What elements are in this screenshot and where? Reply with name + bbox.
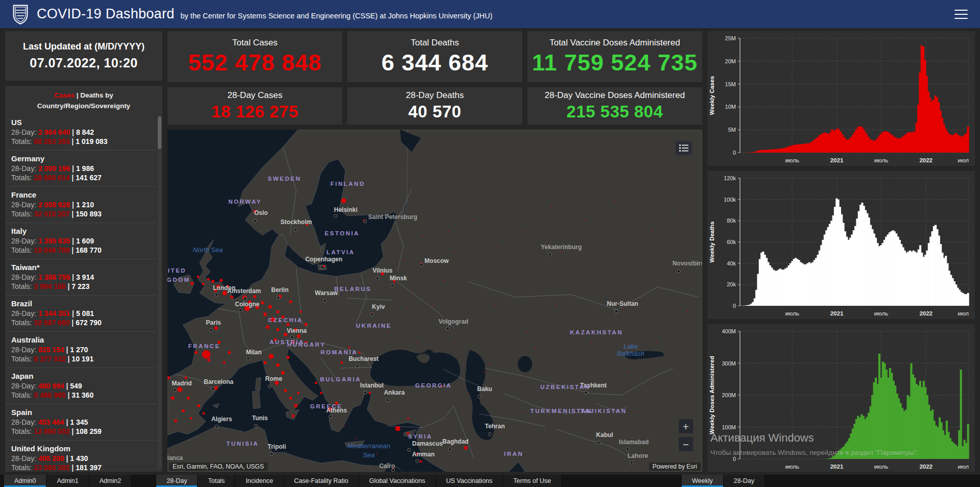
sea-label: North Sea bbox=[193, 246, 223, 254]
city-dot bbox=[254, 425, 257, 428]
outbreak-dot bbox=[468, 393, 470, 395]
city-label: Istanbul bbox=[360, 382, 384, 389]
svg-text:июл: июл bbox=[958, 464, 969, 470]
outbreak-dot bbox=[294, 404, 298, 407]
outbreak-dot bbox=[524, 412, 526, 414]
country-28day-line: 28-Day: 1 388 756 | 3 914 bbox=[11, 273, 156, 281]
outbreak-dot bbox=[636, 412, 638, 414]
city-label: Berlin bbox=[271, 286, 289, 294]
city-dot bbox=[215, 425, 218, 428]
tab-28-day[interactable]: 28-Day bbox=[156, 475, 198, 487]
country-row[interactable]: Australia 28-Day: 825 154 | 1 270 Totals… bbox=[5, 331, 156, 368]
outbreak-dot bbox=[284, 389, 287, 392]
outbreak-dot bbox=[686, 310, 688, 312]
country-28day-line: 28-Day: 1 395 635 | 1 609 bbox=[11, 237, 156, 245]
outbreak-dot bbox=[269, 305, 272, 308]
outbreak-dot bbox=[197, 276, 200, 278]
sea-label: Sea bbox=[363, 451, 374, 459]
country-name: Italy bbox=[11, 227, 156, 235]
country-label: ESTONIA bbox=[325, 230, 360, 236]
country-totals-line: Totals: 32 687 680 | 672 790 bbox=[11, 319, 156, 327]
country-row[interactable]: France 28-Day: 2 008 928 | 1 210 Totals:… bbox=[5, 186, 156, 223]
total-deaths-value: 6 344 684 bbox=[381, 50, 488, 76]
outbreak-dot bbox=[407, 306, 409, 308]
outbreak-dot bbox=[171, 396, 175, 400]
city-dot bbox=[268, 385, 271, 388]
country-row[interactable]: Brazil 28-Day: 1 344 351 | 5 081 Totals:… bbox=[5, 295, 156, 331]
outbreak-dot bbox=[402, 260, 404, 262]
country-row[interactable]: Spain 28-Day: 453 464 | 1 345 Totals: 12… bbox=[5, 404, 156, 440]
scrollbar-thumb[interactable] bbox=[158, 116, 161, 149]
menu-icon[interactable] bbox=[954, 10, 968, 19]
tab-global-vaccinations[interactable]: Global Vaccinations bbox=[359, 475, 436, 487]
country-list: US 28-Day: 2 964 640 | 8 842 Totals: 88 … bbox=[5, 114, 156, 472]
outbreak-dot bbox=[315, 382, 318, 384]
tab-28-day[interactable]: 28-Day bbox=[724, 475, 765, 487]
country-label: FRANCE bbox=[188, 343, 221, 349]
country-row[interactable]: Japan 28-Day: 480 994 | 549 Totals: 9 48… bbox=[5, 368, 156, 404]
outbreak-dot bbox=[187, 397, 190, 400]
country-28day-line: 28-Day: 2 090 196 | 1 986 bbox=[11, 164, 156, 173]
outbreak-dot bbox=[276, 310, 279, 313]
city-label: Damascus bbox=[412, 440, 443, 447]
outbreak-dot bbox=[651, 229, 653, 231]
country-label: KAZAKHSTAN bbox=[570, 329, 623, 335]
map-legend-button[interactable] bbox=[676, 141, 692, 155]
country-name: Germany bbox=[11, 154, 156, 163]
totals-stat-row: Total Cases 552 478 848 Total Deaths 6 3… bbox=[168, 31, 702, 82]
scrollbar-track[interactable] bbox=[158, 115, 161, 470]
outbreak-dot bbox=[590, 341, 592, 343]
city-label: Bucharest bbox=[349, 355, 379, 362]
bottom-tab-bar: Admin0Admin1Admin228-DayTotalsIncidenceC… bbox=[0, 475, 980, 487]
weekly-deaths-chart: 020k40k60k80k100k120kиюль2021июль2022июл… bbox=[707, 171, 975, 319]
total-cases-label: Total Cases bbox=[232, 38, 278, 48]
tab-us-vaccinations[interactable]: US Vaccinations bbox=[436, 475, 504, 487]
outbreak-dot bbox=[355, 437, 357, 440]
country-totals-line: Totals: 12 890 002 | 108 259 bbox=[11, 427, 156, 435]
outbreak-dot bbox=[264, 312, 267, 316]
28day-vaccine-tile: 28-Day Vaccine Doses Administered 215 53… bbox=[528, 87, 702, 125]
country-label: GEORGIA bbox=[415, 382, 452, 388]
city-dot bbox=[294, 228, 297, 231]
tab-admin1[interactable]: Admin1 bbox=[46, 475, 89, 487]
country-label: TUNISIA bbox=[226, 441, 258, 447]
country-row[interactable]: Taiwan* 28-Day: 1 388 756 | 3 914 Totals… bbox=[5, 259, 156, 295]
country-row[interactable]: US 28-Day: 2 964 640 | 8 842 Totals: 88 … bbox=[5, 114, 156, 150]
tab-incidence[interactable]: Incidence bbox=[235, 475, 284, 487]
country-label: TAJIKISTAN bbox=[581, 408, 627, 414]
outbreak-dot bbox=[341, 361, 343, 364]
city-label: Tunis bbox=[252, 415, 268, 422]
svg-text:80k: 80k bbox=[727, 217, 736, 224]
outbreak-dot bbox=[214, 326, 218, 330]
zoom-in-button[interactable]: + bbox=[679, 419, 693, 433]
svg-text:июль: июль bbox=[785, 157, 799, 163]
city-label: Nur-Sultan bbox=[607, 300, 638, 307]
outbreak-dot bbox=[525, 331, 527, 333]
app-header: COVID-19 Dashboard by the Center for Sys… bbox=[0, 0, 980, 28]
svg-text:25M: 25M bbox=[725, 35, 736, 41]
tab-weekly[interactable]: Weekly bbox=[682, 475, 724, 487]
total-deaths-tile: Total Deaths 6 344 684 bbox=[347, 31, 522, 82]
outbreak-dot bbox=[177, 387, 182, 392]
sea-label: Lake bbox=[624, 343, 638, 350]
country-row[interactable]: Germany 28-Day: 2 090 196 | 1 986 Totals… bbox=[5, 150, 156, 186]
tab-case-fatality-ratio[interactable]: Case-Fatality Ratio bbox=[284, 475, 359, 487]
country-row[interactable]: Italy 28-Day: 1 395 635 | 1 609 Totals: … bbox=[5, 223, 156, 259]
tab-admin0[interactable]: Admin0 bbox=[4, 475, 46, 487]
city-label: Yekaterinburg bbox=[541, 243, 582, 251]
country-row[interactable]: United Kingdom 28-Day: 405 208 | 1 430 T… bbox=[5, 440, 156, 472]
city-dot bbox=[446, 327, 449, 330]
outbreak-dot bbox=[253, 295, 256, 298]
svg-text:Weekly Deaths: Weekly Deaths bbox=[709, 222, 715, 263]
tab-admin2[interactable]: Admin2 bbox=[89, 475, 132, 487]
zoom-out-button[interactable]: − bbox=[679, 437, 693, 451]
map-svg: OsloStockholmHelsinkiSaint PetersburgMos… bbox=[168, 130, 702, 472]
outbreak-dot bbox=[197, 404, 200, 407]
city-label: Cairo bbox=[379, 462, 395, 470]
outbreak-dot bbox=[202, 350, 211, 359]
outbreak-dot bbox=[300, 310, 302, 313]
city-label: Rome bbox=[265, 375, 282, 382]
tab-totals[interactable]: Totals bbox=[198, 475, 235, 487]
world-map[interactable]: OsloStockholmHelsinkiSaint PetersburgMos… bbox=[168, 130, 702, 472]
tab-terms-of-use[interactable]: Terms of Use bbox=[503, 475, 562, 487]
